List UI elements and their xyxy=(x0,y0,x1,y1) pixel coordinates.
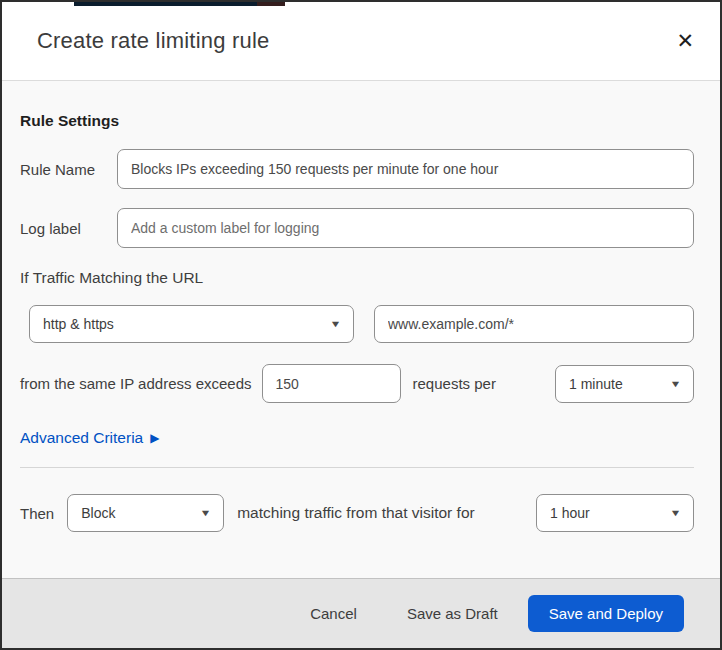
dialog-body: Rule Settings Rule Name Log label If Tra… xyxy=(2,81,720,578)
url-pattern-input[interactable] xyxy=(374,305,694,343)
log-label-label: Log label xyxy=(20,220,117,237)
dialog-header: Create rate limiting rule ✕ xyxy=(2,2,720,81)
rule-name-row: Rule Name xyxy=(20,149,694,189)
rule-settings-heading: Rule Settings xyxy=(20,112,694,130)
threshold-before-label: from the same IP address exceeds xyxy=(20,375,252,392)
chevron-down-icon: ▼ xyxy=(670,508,682,518)
chevron-down-icon: ▼ xyxy=(330,319,342,329)
duration-select[interactable]: 1 hour ▼ xyxy=(536,494,694,532)
cancel-button[interactable]: Cancel xyxy=(306,597,361,630)
log-label-row: Log label xyxy=(20,208,694,248)
save-as-draft-button[interactable]: Save as Draft xyxy=(403,597,502,630)
dialog-title: Create rate limiting rule xyxy=(37,28,269,54)
advanced-criteria-label: Advanced Criteria xyxy=(20,429,143,447)
background-peek-red-strip xyxy=(257,2,285,6)
scheme-select-value: http & https xyxy=(43,316,114,332)
create-rate-limiting-rule-dialog: Create rate limiting rule ✕ Rule Setting… xyxy=(0,0,722,650)
period-select[interactable]: 1 minute ▼ xyxy=(555,365,694,403)
scheme-select[interactable]: http & https ▼ xyxy=(29,305,354,343)
chevron-down-icon: ▼ xyxy=(200,508,212,518)
period-select-value: 1 minute xyxy=(569,376,623,392)
background-page-peek xyxy=(74,2,285,6)
chevron-down-icon: ▼ xyxy=(670,379,682,389)
url-match-row: http & https ▼ xyxy=(29,305,694,343)
background-peek-navy-strip xyxy=(74,2,257,6)
traffic-match-heading: If Traffic Matching the URL xyxy=(20,269,694,287)
duration-select-value: 1 hour xyxy=(550,505,590,521)
action-middle-text: matching traffic from that visitor for xyxy=(237,504,474,522)
save-and-deploy-button[interactable]: Save and Deploy xyxy=(528,595,684,632)
action-select-value: Block xyxy=(81,505,115,521)
chevron-right-icon: ▶ xyxy=(150,432,159,444)
dialog-footer: Cancel Save as Draft Save and Deploy xyxy=(2,578,720,648)
log-label-input[interactable] xyxy=(117,208,694,248)
then-label: Then xyxy=(20,505,54,522)
request-count-input[interactable] xyxy=(262,364,401,403)
rule-name-label: Rule Name xyxy=(20,161,117,178)
advanced-criteria-link[interactable]: Advanced Criteria ▶ xyxy=(20,429,159,447)
action-select[interactable]: Block ▼ xyxy=(67,494,224,532)
threshold-row: from the same IP address exceeds request… xyxy=(20,364,694,403)
rule-name-input[interactable] xyxy=(117,149,694,189)
action-row: Then Block ▼ matching traffic from that … xyxy=(20,494,694,532)
threshold-after-label: requests per xyxy=(413,375,496,392)
close-icon[interactable]: ✕ xyxy=(672,27,698,56)
section-divider xyxy=(20,467,694,468)
